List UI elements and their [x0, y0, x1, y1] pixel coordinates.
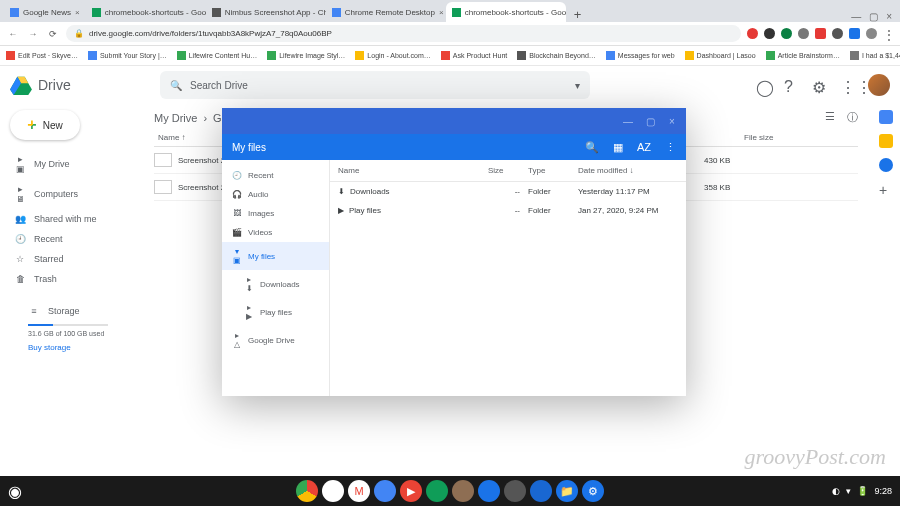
sidebar-item-computers[interactable]: ▸ 🖥Computers — [10, 180, 140, 208]
fa-playfiles[interactable]: ▸ ▶Play files — [222, 298, 329, 326]
new-tab-button[interactable]: + — [566, 7, 590, 22]
help-icon[interactable]: ? — [784, 78, 798, 92]
fa-googledrive[interactable]: ▸ △Google Drive — [222, 326, 329, 354]
folder-row[interactable]: ⬇Downloads --FolderYesterday 11:17 PM — [330, 182, 686, 201]
list-view-icon[interactable]: ☰ — [825, 110, 835, 125]
fa-myfiles[interactable]: ▾ ▣My files — [222, 242, 329, 270]
video-icon: 🎬 — [232, 228, 242, 237]
close-icon[interactable]: × — [666, 116, 678, 127]
status-tray[interactable]: ◐ ▾ 🔋 9:28 — [832, 486, 892, 496]
tab[interactable]: Nimbus Screenshot App - Chr…× — [206, 2, 326, 22]
breadcrumb-seg[interactable]: My Drive — [154, 112, 197, 124]
folder-row[interactable]: ▶Play files --FolderJan 27, 2020, 9:24 P… — [330, 201, 686, 220]
storage-text: 31.6 GB of 100 GB used — [28, 330, 140, 337]
drive-logo[interactable]: Drive — [10, 75, 130, 95]
bookmark[interactable]: Article Brainstorm… — [766, 51, 840, 60]
bookmark[interactable]: Edit Post · Skyve… — [6, 51, 78, 60]
support-icon[interactable]: ◯ — [756, 78, 770, 92]
avatar[interactable] — [868, 74, 890, 96]
col-name[interactable]: Name — [338, 166, 488, 175]
playstore-icon[interactable]: ▶ — [322, 480, 344, 502]
sidebar-item-recent[interactable]: 🕘Recent — [10, 230, 140, 248]
tab[interactable]: Google News× — [4, 2, 86, 22]
ext-icon[interactable] — [781, 28, 792, 39]
app-icon[interactable] — [530, 480, 552, 502]
bookmark[interactable]: I had a $1,440 laun… — [850, 51, 900, 60]
fa-downloads[interactable]: ▸ ⬇Downloads — [222, 270, 329, 298]
app-icon[interactable] — [478, 480, 500, 502]
app-icon[interactable] — [452, 480, 474, 502]
close-icon[interactable]: × — [886, 11, 892, 22]
tab[interactable]: chromebook-shortcuts - Goog…× — [86, 2, 206, 22]
app-icon[interactable] — [504, 480, 526, 502]
sheets-icon[interactable] — [426, 480, 448, 502]
grid-view-icon[interactable]: ▦ — [613, 141, 623, 154]
new-button[interactable]: +New — [10, 110, 80, 140]
tasks-icon[interactable] — [879, 158, 893, 172]
sidebar-item-starred[interactable]: ☆Starred — [10, 250, 140, 268]
files-icon[interactable]: 📁 — [556, 480, 578, 502]
chrome-icon[interactable] — [296, 480, 318, 502]
minimize-icon[interactable]: — — [851, 11, 861, 22]
more-icon[interactable]: ⋮ — [665, 141, 676, 154]
col-type[interactable]: Type — [528, 166, 578, 175]
bookmark[interactable]: Lifewire Image Styl… — [267, 51, 345, 60]
sort-icon[interactable]: AZ — [637, 141, 651, 154]
bookmark[interactable]: Lifewire Content Hu… — [177, 51, 257, 60]
search-input[interactable]: 🔍 Search Drive ▾ — [160, 71, 590, 99]
sidebar-item-trash[interactable]: 🗑Trash — [10, 270, 140, 288]
drive-sidebar: +New ▸ ▣My Drive ▸ 🖥Computers 👥Shared wi… — [0, 104, 140, 506]
fa-images[interactable]: 🖼Images — [222, 204, 329, 223]
keep-icon[interactable] — [879, 134, 893, 148]
gmail-icon[interactable]: M — [348, 480, 370, 502]
fa-videos[interactable]: 🎬Videos — [222, 223, 329, 242]
col-size[interactable]: Size — [488, 166, 528, 175]
ext-icon[interactable] — [815, 28, 826, 39]
maximize-icon[interactable]: ▢ — [869, 11, 878, 22]
fa-recent[interactable]: 🕘Recent — [222, 166, 329, 185]
bookmark[interactable]: Blockchain Beyond… — [517, 51, 596, 60]
close-icon[interactable]: × — [75, 8, 80, 17]
ext-icon[interactable] — [764, 28, 775, 39]
forward-button[interactable]: → — [26, 29, 40, 39]
dropdown-icon[interactable]: ▾ — [575, 80, 580, 91]
url-input[interactable]: 🔒 drive.google.com/drive/folders/1tuvqab… — [66, 25, 741, 42]
settings-icon[interactable]: ⚙ — [582, 480, 604, 502]
tab[interactable]: Chrome Remote Desktop× — [326, 2, 446, 22]
bookmark[interactable]: Login - About.com… — [355, 51, 430, 60]
bookmark[interactable]: Submit Your Story |… — [88, 51, 167, 60]
calendar-icon[interactable] — [879, 110, 893, 124]
watermark: groovyPost.com — [744, 444, 886, 470]
search-icon[interactable]: 🔍 — [585, 141, 599, 154]
bookmark[interactable]: Messages for web — [606, 51, 675, 60]
ext-icon[interactable] — [798, 28, 809, 39]
minimize-icon[interactable]: — — [622, 116, 634, 127]
reload-button[interactable]: ⟳ — [46, 29, 60, 39]
apps-icon[interactable]: ⋮⋮⋮ — [840, 78, 854, 92]
bookmark[interactable]: Ask Product Hunt — [441, 51, 507, 60]
sidebar-item-shared[interactable]: 👥Shared with me — [10, 210, 140, 228]
tab-active[interactable]: chromebook-shortcuts - Goog…× — [446, 2, 566, 22]
col-date[interactable]: Date modified ↓ — [578, 166, 678, 175]
back-button[interactable]: ← — [6, 29, 20, 39]
add-icon[interactable]: + — [879, 182, 893, 196]
ext-icon[interactable] — [866, 28, 877, 39]
ext-icon[interactable] — [832, 28, 843, 39]
youtube-icon[interactable]: ▶ — [400, 480, 422, 502]
settings-icon[interactable]: ⚙ — [812, 78, 826, 92]
maximize-icon[interactable]: ▢ — [644, 116, 656, 127]
ext-icon[interactable] — [747, 28, 758, 39]
menu-icon[interactable]: ⋮ — [883, 28, 894, 39]
docs-icon[interactable] — [374, 480, 396, 502]
image-icon — [154, 153, 172, 167]
window-titlebar[interactable]: — ▢ × — [222, 108, 686, 134]
fa-audio[interactable]: 🎧Audio — [222, 185, 329, 204]
sidebar-item-mydrive[interactable]: ▸ ▣My Drive — [10, 150, 140, 178]
info-icon[interactable]: ⓘ — [847, 110, 858, 125]
buy-storage-link[interactable]: Buy storage — [28, 343, 140, 352]
play-icon: ▶ — [338, 206, 344, 215]
close-icon[interactable]: × — [439, 8, 444, 17]
bookmark[interactable]: Dashboard | Lasoo — [685, 51, 756, 60]
ext-icon[interactable] — [849, 28, 860, 39]
launcher-icon[interactable]: ◉ — [8, 482, 22, 501]
